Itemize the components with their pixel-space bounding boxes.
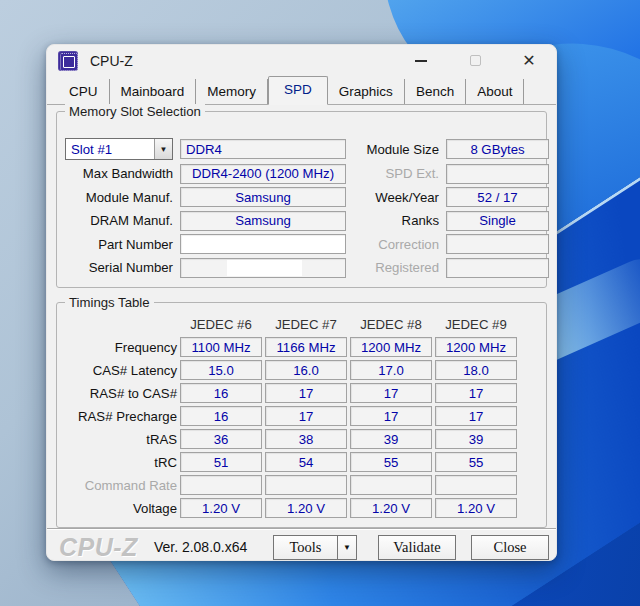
timings-table-group: Timings Table JEDEC #6 JEDEC #7 JEDEC #8…	[56, 302, 547, 528]
tras-label: tRAS	[65, 432, 177, 447]
table-cell: 17	[350, 406, 432, 426]
table-cell: 15.0	[180, 360, 262, 380]
table-cell: 1100 MHz	[180, 337, 262, 357]
table-cell: 17	[265, 406, 347, 426]
table-cell: 16	[180, 406, 262, 426]
trc-label: tRC	[65, 455, 177, 470]
table-cell: 39	[350, 429, 432, 449]
table-cell: 17.0	[350, 360, 432, 380]
maximize-icon	[470, 55, 481, 66]
version-text: Ver. 2.08.0.x64	[154, 539, 247, 555]
table-cell: 1.20 V	[350, 498, 432, 518]
week-year-label: Week/Year	[353, 190, 439, 205]
table-cell	[435, 475, 517, 495]
frequency-label: Frequency	[65, 340, 177, 355]
tab-strip: CPU Mainboard Memory SPD Graphics Bench …	[47, 76, 556, 105]
correction-label: Correction	[353, 237, 439, 252]
table-cell: 36	[180, 429, 262, 449]
table-cell: 55	[435, 452, 517, 472]
table-cell: 51	[180, 452, 262, 472]
table-cell: 55	[350, 452, 432, 472]
column-header: JEDEC #8	[350, 317, 432, 334]
slot-selector-value: Slot #1	[66, 139, 154, 159]
max-bandwidth-label: Max Bandwidth	[65, 166, 173, 181]
tools-button[interactable]: Tools	[273, 535, 337, 560]
minimize-icon	[415, 60, 427, 62]
voltage-label: Voltage	[65, 501, 177, 516]
tab-graphics[interactable]: Graphics	[328, 79, 405, 104]
memory-slot-selection-group: Memory Slot Selection Slot #1 ▼ DDR4 Mod…	[56, 111, 547, 288]
module-manuf-field: Samsung	[180, 187, 346, 207]
serial-number-label: Serial Number	[65, 260, 173, 275]
ranks-field: Single	[446, 211, 549, 231]
close-window-button[interactable]: Close	[471, 535, 549, 560]
correction-field	[446, 234, 549, 254]
close-button[interactable]: ✕	[520, 52, 538, 70]
spd-ext-label: SPD Ext.	[353, 166, 439, 181]
tab-bench[interactable]: Bench	[405, 79, 466, 104]
desktop: CPU-Z ✕ CPU Mainboard Memory SPD Graphic…	[0, 0, 640, 606]
dram-manuf-label: DRAM Manuf.	[65, 213, 173, 228]
table-cell: 1.20 V	[435, 498, 517, 518]
table-cell: 38	[265, 429, 347, 449]
column-header: JEDEC #7	[265, 317, 347, 334]
slot-selector[interactable]: Slot #1 ▼	[65, 138, 173, 160]
validate-button[interactable]: Validate	[378, 535, 456, 560]
group-legend: Timings Table	[65, 295, 154, 310]
table-cell: 18.0	[435, 360, 517, 380]
module-manuf-label: Module Manuf.	[65, 190, 173, 205]
column-header: JEDEC #6	[180, 317, 262, 334]
table-cell	[265, 475, 347, 495]
window-title: CPU-Z	[90, 53, 133, 69]
table-cell: 1.20 V	[265, 498, 347, 518]
window-controls: ✕	[412, 52, 544, 70]
tab-cpu[interactable]: CPU	[58, 79, 110, 104]
close-icon: ✕	[522, 53, 535, 69]
module-size-field: 8 GBytes	[446, 139, 549, 159]
table-cell: 54	[265, 452, 347, 472]
cpuz-app-icon	[58, 51, 78, 71]
table-cell: 39	[435, 429, 517, 449]
chevron-down-icon[interactable]: ▼	[154, 139, 172, 159]
timings-grid: JEDEC #6 JEDEC #7 JEDEC #8 JEDEC #9 Freq…	[57, 303, 546, 518]
table-cell: 17	[435, 383, 517, 403]
tools-dropdown-arrow[interactable]: ▼	[337, 535, 357, 560]
registered-field	[446, 258, 549, 278]
tab-memory[interactable]: Memory	[196, 79, 268, 104]
table-cell: 1200 MHz	[435, 337, 517, 357]
minimize-button[interactable]	[412, 52, 430, 70]
memory-type-field: DDR4	[180, 139, 346, 159]
table-cell	[180, 475, 262, 495]
table-cell: 1.20 V	[180, 498, 262, 518]
ras-precharge-label: RAS# Precharge	[65, 409, 177, 424]
max-bandwidth-field: DDR4-2400 (1200 MHz)	[180, 164, 346, 184]
redaction-block	[227, 260, 302, 276]
serial-number-field	[180, 258, 346, 278]
table-cell: 1200 MHz	[350, 337, 432, 357]
ras-to-cas-label: RAS# to CAS#	[65, 386, 177, 401]
group-legend: Memory Slot Selection	[65, 104, 205, 119]
column-header: JEDEC #9	[435, 317, 517, 334]
spd-ext-field	[446, 164, 549, 184]
ranks-label: Ranks	[353, 213, 439, 228]
part-number-field	[180, 234, 346, 254]
tab-spd[interactable]: SPD	[268, 76, 328, 105]
maximize-button[interactable]	[466, 52, 484, 70]
table-cell: 1166 MHz	[265, 337, 347, 357]
table-cell: 16	[180, 383, 262, 403]
table-cell	[350, 475, 432, 495]
module-size-label: Module Size	[353, 142, 439, 157]
registered-label: Registered	[353, 260, 439, 275]
table-cell: 17	[435, 406, 517, 426]
cpuz-logo: CPU-Z	[59, 533, 138, 562]
spd-page: Memory Slot Selection Slot #1 ▼ DDR4 Mod…	[47, 105, 556, 528]
tools-button-group: Tools ▼	[273, 535, 357, 560]
cpuz-window: CPU-Z ✕ CPU Mainboard Memory SPD Graphic…	[46, 44, 557, 561]
tab-about[interactable]: About	[466, 79, 524, 104]
table-cell: 17	[350, 383, 432, 403]
memory-slot-grid: Slot #1 ▼ DDR4 Module Size 8 GBytes Max …	[57, 112, 546, 278]
week-year-field: 52 / 17	[446, 187, 549, 207]
footer-bar: CPU-Z Ver. 2.08.0.x64 Tools ▼ Validate C…	[47, 528, 556, 565]
cas-latency-label: CAS# Latency	[65, 363, 177, 378]
tab-mainboard[interactable]: Mainboard	[110, 79, 197, 104]
